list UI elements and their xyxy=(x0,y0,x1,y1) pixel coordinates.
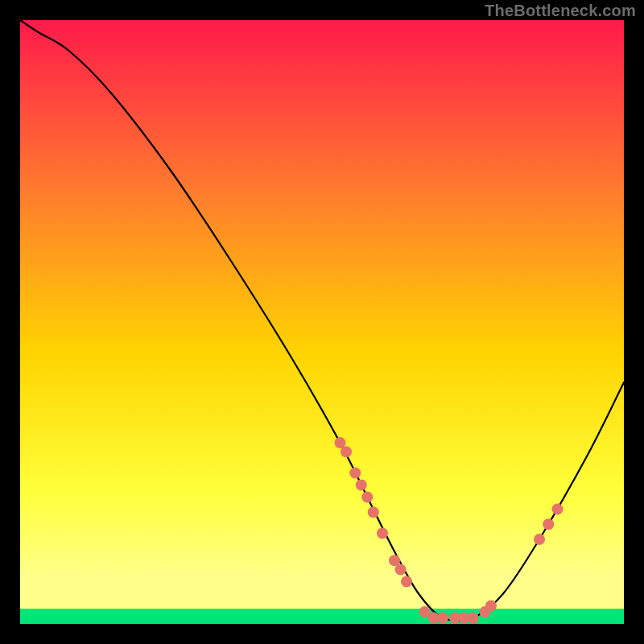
highlight-point xyxy=(468,613,479,624)
highlight-point xyxy=(401,576,412,588)
highlight-point xyxy=(361,492,373,503)
highlight-point xyxy=(485,601,497,612)
plot-background xyxy=(20,20,624,624)
chart-frame: TheBottleneck.com xyxy=(0,0,644,644)
highlight-point xyxy=(534,534,545,545)
highlight-point xyxy=(377,528,388,539)
bottom-green-band xyxy=(20,609,624,624)
bottleneck-plot xyxy=(0,0,644,644)
highlight-point xyxy=(437,613,448,624)
highlight-point xyxy=(356,480,367,491)
highlight-point xyxy=(543,518,554,530)
highlight-point xyxy=(341,446,352,457)
highlight-point xyxy=(395,564,407,576)
highlight-point xyxy=(349,468,361,479)
highlight-point xyxy=(552,504,564,515)
highlight-point xyxy=(368,506,379,518)
